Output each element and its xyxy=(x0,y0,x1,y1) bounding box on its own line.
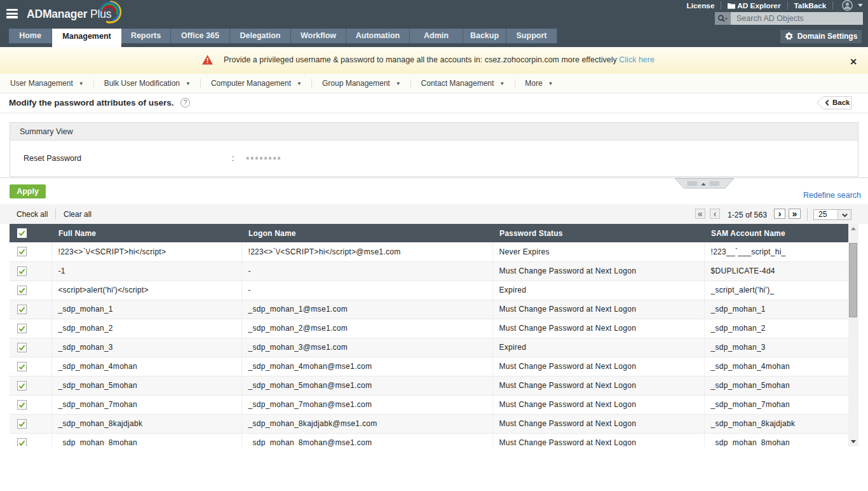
svg-text:Back: Back xyxy=(832,99,850,106)
